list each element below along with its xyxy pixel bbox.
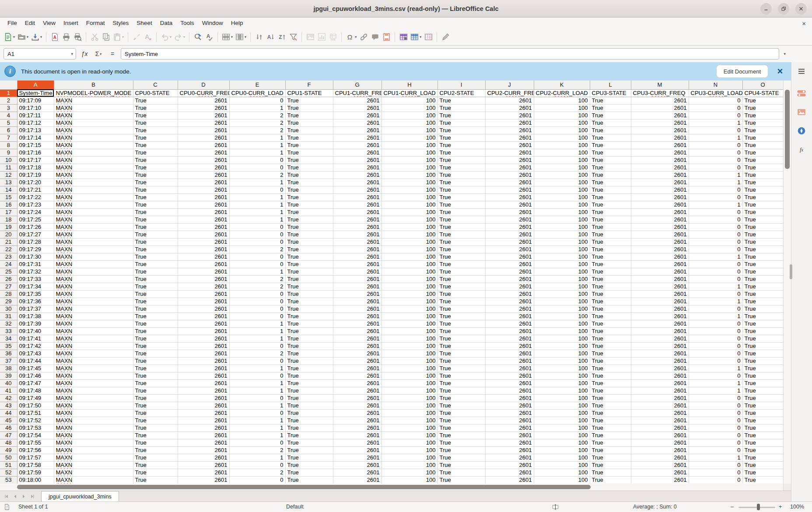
- cell-B13[interactable]: MAXN: [54, 179, 133, 186]
- cell-H42[interactable]: 100: [382, 394, 438, 402]
- cell-M1[interactable]: CPU3-CURR_FREQ: [631, 89, 689, 97]
- cell-F38[interactable]: True: [285, 365, 333, 372]
- cell-K19[interactable]: 100: [534, 223, 590, 231]
- cell-M22[interactable]: 2601: [631, 245, 689, 253]
- cell-L10[interactable]: True: [590, 156, 631, 164]
- cell-L42[interactable]: True: [590, 394, 631, 402]
- cell-H33[interactable]: 100: [382, 327, 438, 335]
- cell-M32[interactable]: 2601: [631, 320, 689, 327]
- infobar-close-button[interactable]: ×: [774, 65, 787, 78]
- cell-M7[interactable]: 2601: [631, 134, 689, 141]
- cell-M49[interactable]: 2601: [631, 446, 689, 454]
- cell-E51[interactable]: 0: [229, 461, 285, 469]
- cell-D48[interactable]: 2601: [178, 439, 229, 446]
- minimize-button[interactable]: [760, 3, 772, 14]
- cell-O31[interactable]: True: [742, 312, 783, 320]
- cell-B18[interactable]: MAXN: [54, 216, 133, 223]
- row-header-50[interactable]: 50: [0, 454, 17, 461]
- cell-H25[interactable]: 100: [382, 268, 438, 275]
- cell-F37[interactable]: True: [285, 357, 333, 365]
- cell-M39[interactable]: 2601: [631, 372, 689, 379]
- cell-O50[interactable]: True: [742, 454, 783, 461]
- cell-C50[interactable]: True: [133, 454, 178, 461]
- cell-L52[interactable]: True: [590, 469, 631, 476]
- function-wizard-button[interactable]: ƒx: [79, 48, 90, 60]
- cell-B5[interactable]: MAXN: [54, 119, 133, 126]
- cell-C11[interactable]: True: [133, 164, 178, 171]
- sum-button[interactable]: Σ▾: [93, 48, 104, 60]
- cell-I45[interactable]: True: [438, 417, 485, 424]
- cell-B35[interactable]: MAXN: [54, 342, 133, 350]
- cell-E7[interactable]: 1: [229, 134, 285, 141]
- cell-O48[interactable]: True: [742, 439, 783, 446]
- cell-B53[interactable]: MAXN: [54, 476, 133, 484]
- cell-F31[interactable]: True: [285, 312, 333, 320]
- cell-M11[interactable]: 2601: [631, 164, 689, 171]
- cell-B19[interactable]: MAXN: [54, 223, 133, 231]
- sidebar-navigator-button[interactable]: [796, 125, 807, 137]
- cell-M38[interactable]: 2601: [631, 365, 689, 372]
- cell-L5[interactable]: True: [590, 119, 631, 126]
- cell-K12[interactable]: 100: [534, 171, 590, 179]
- cell-I47[interactable]: True: [438, 431, 485, 439]
- cell-F18[interactable]: True: [285, 216, 333, 223]
- cell-A23[interactable]: 09:17:30: [17, 253, 54, 260]
- cell-J38[interactable]: 2601: [485, 365, 534, 372]
- cell-H49[interactable]: 100: [382, 446, 438, 454]
- cell-K29[interactable]: 100: [534, 298, 590, 305]
- cell-D30[interactable]: 2601: [178, 305, 229, 312]
- cell-H4[interactable]: 100: [382, 112, 438, 119]
- toggle-grid-lines-button[interactable]: [423, 31, 434, 43]
- cell-F41[interactable]: True: [285, 387, 333, 394]
- cell-F5[interactable]: True: [285, 119, 333, 126]
- cell-I3[interactable]: True: [438, 104, 485, 112]
- cell-N16[interactable]: 1: [689, 201, 742, 208]
- cell-O23[interactable]: True: [742, 253, 783, 260]
- cell-N24[interactable]: 0: [689, 260, 742, 268]
- sidebar-functions-button[interactable]: fx: [796, 144, 807, 155]
- cell-F40[interactable]: True: [285, 379, 333, 387]
- cell-K16[interactable]: 100: [534, 201, 590, 208]
- menu-item-data[interactable]: Data: [156, 18, 177, 29]
- cell-M2[interactable]: 2601: [631, 97, 689, 104]
- cell-K21[interactable]: 100: [534, 238, 590, 245]
- cell-O17[interactable]: True: [742, 208, 783, 216]
- cell-N7[interactable]: 1: [689, 134, 742, 141]
- cell-I19[interactable]: True: [438, 223, 485, 231]
- cell-I53[interactable]: True: [438, 476, 485, 484]
- grid-corner[interactable]: [0, 81, 17, 89]
- cell-H1[interactable]: CPU1-CURR_LOAD: [382, 89, 438, 97]
- cell-M40[interactable]: 2601: [631, 379, 689, 387]
- cell-H14[interactable]: 100: [382, 186, 438, 193]
- cell-C41[interactable]: True: [133, 387, 178, 394]
- cell-F16[interactable]: True: [285, 201, 333, 208]
- cell-M5[interactable]: 2601: [631, 119, 689, 126]
- cell-K5[interactable]: 100: [534, 119, 590, 126]
- cell-J43[interactable]: 2601: [485, 402, 534, 409]
- cell-E10[interactable]: 0: [229, 156, 285, 164]
- cell-C2[interactable]: True: [133, 97, 178, 104]
- cell-B1[interactable]: NVPMODEL-POWER_MODE: [54, 89, 133, 97]
- cell-J14[interactable]: 2601: [485, 186, 534, 193]
- cell-C21[interactable]: True: [133, 238, 178, 245]
- cell-C23[interactable]: True: [133, 253, 178, 260]
- cell-E26[interactable]: 2: [229, 275, 285, 283]
- cell-H40[interactable]: 100: [382, 379, 438, 387]
- cell-O47[interactable]: True: [742, 431, 783, 439]
- cell-H19[interactable]: 100: [382, 223, 438, 231]
- cell-G6[interactable]: 2601: [333, 126, 382, 134]
- cell-M31[interactable]: 2601: [631, 312, 689, 320]
- cell-M45[interactable]: 2601: [631, 417, 689, 424]
- cell-D46[interactable]: 2601: [178, 424, 229, 431]
- cell-F3[interactable]: True: [285, 104, 333, 112]
- cell-K7[interactable]: 100: [534, 134, 590, 141]
- cell-K52[interactable]: 100: [534, 469, 590, 476]
- cell-O27[interactable]: True: [742, 283, 783, 290]
- show-draw-functions-button[interactable]: [440, 31, 451, 43]
- cell-E4[interactable]: 2: [229, 112, 285, 119]
- cell-H46[interactable]: 100: [382, 424, 438, 431]
- cell-F22[interactable]: True: [285, 245, 333, 253]
- hyperlink-button[interactable]: [358, 31, 369, 43]
- cell-O44[interactable]: True: [742, 409, 783, 417]
- cell-A13[interactable]: 09:17:20: [17, 179, 54, 186]
